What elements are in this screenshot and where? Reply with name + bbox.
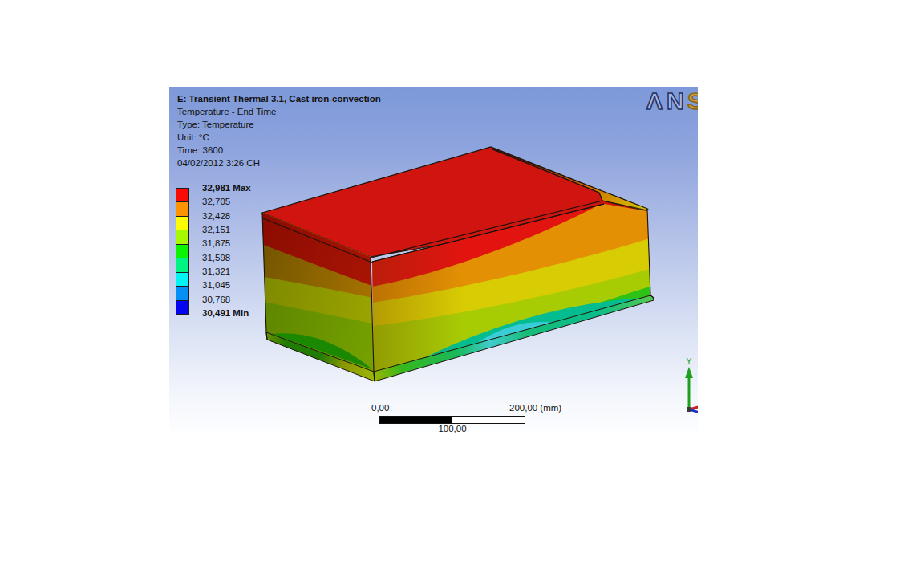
orientation-triad[interactable]: Y <box>675 353 698 421</box>
scale-label-mid: 100,00 <box>428 424 477 434</box>
result-viewport[interactable]: E: Transient Thermal 3.1, Cast iron-conv… <box>169 87 698 434</box>
ansys-workbench-canvas: E: Transient Thermal 3.1, Cast iron-conv… <box>0 0 924 578</box>
triad-y-label: Y <box>686 356 692 366</box>
triad-y-arrowhead <box>685 367 693 378</box>
triad-origin <box>687 407 691 412</box>
model-3d-view[interactable] <box>169 87 698 434</box>
scale-label-zero: 0,00 <box>371 403 389 413</box>
scale-ruler-black-half <box>380 417 452 423</box>
scale-label-max: 200,00 (mm) <box>509 403 561 413</box>
scale-ruler <box>379 416 525 424</box>
